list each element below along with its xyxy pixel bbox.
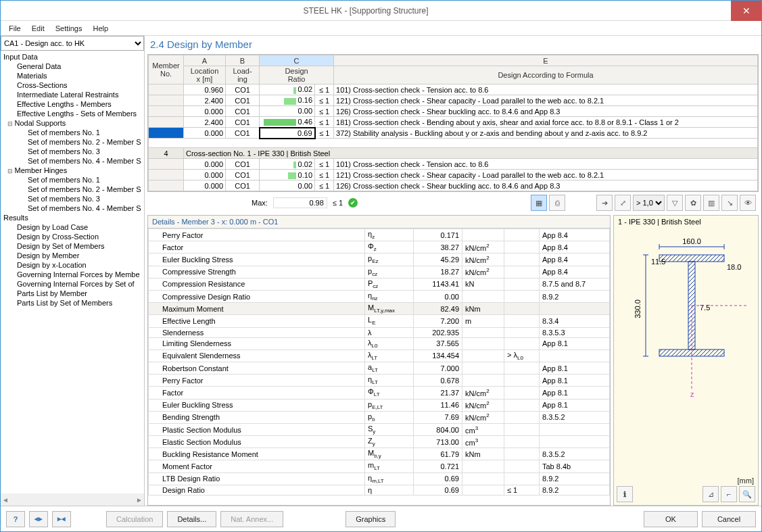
- sidebar: CA1 - Design acc. to HK Input Data Gener…: [1, 36, 145, 506]
- menu-edit[interactable]: Edit: [28, 23, 49, 34]
- tree-item[interactable]: Cross-Sections: [1, 80, 144, 90]
- tree-item[interactable]: Set of members No. 1: [1, 175, 144, 185]
- tree-item[interactable]: Effective Lengths - Sets of Members: [1, 109, 144, 118]
- tree-item[interactable]: Set of members No. 2 - Member S: [1, 185, 144, 194]
- svg-text:160.0: 160.0: [682, 237, 701, 245]
- tree-item[interactable]: Design by Set of Members: [1, 241, 144, 251]
- tree-item[interactable]: Set of members No. 4 - Member S: [1, 156, 144, 166]
- tree-item[interactable]: Parts List by Member: [1, 289, 144, 298]
- chart-icon[interactable]: ▥: [703, 195, 719, 211]
- design-case-select[interactable]: CA1 - Design acc. to HK: [1, 36, 144, 51]
- details-button[interactable]: Details...: [167, 511, 216, 527]
- next-icon[interactable]: ▸◂: [52, 511, 71, 527]
- tree-item[interactable]: Governing Internal Forces by Membe: [1, 270, 144, 279]
- svg-rect-0: [659, 255, 724, 262]
- tree-item[interactable]: Design by x-Location: [1, 260, 144, 270]
- axis-z-icon[interactable]: ⌐: [721, 486, 737, 502]
- detail-row: Euler Buckling StresspEz45.29kN/cm2App 8…: [149, 253, 610, 266]
- print-icon[interactable]: ⎙: [549, 195, 565, 211]
- detail-row: Compressive Design Ratioηnz0.008.9.2: [149, 291, 610, 303]
- preview-unit: [mm]: [738, 477, 754, 485]
- settings-icon[interactable]: ✿: [685, 195, 701, 211]
- menu-file[interactable]: File: [5, 23, 25, 34]
- tree-item[interactable]: Parts List by Set of Members: [1, 298, 144, 308]
- table-row[interactable]: 0.000CO1 0.10≤ 1121) Cross-section check…: [149, 170, 758, 180]
- table-row[interactable]: 0.000CO1 0.00≤ 1126) Cross-section check…: [149, 180, 758, 191]
- close-icon[interactable]: ✕: [731, 1, 761, 21]
- detail-row: Bending Strengthpb7.69kN/cm28.3.5.2: [149, 411, 610, 423]
- tree-item[interactable]: Set of members No. 1: [1, 128, 144, 137]
- max-row: Max: 0.98 ≤ 1 ✔ ▦ ⎙ ➔ ⤢ > 1,0 ▽ ✿ ▥ ↘ 👁: [145, 192, 761, 214]
- table-row[interactable]: 0.000CO1 0.00≤ 1126) Cross-section check…: [149, 106, 758, 117]
- detail-row: Maximum MomentMLT,y,max82.49kNm: [149, 303, 610, 315]
- col-ratio: DesignRatio: [260, 66, 334, 84]
- tree-item[interactable]: Set of members No. 3: [1, 147, 144, 156]
- detail-row: Limiting SlendernessλL037.565App 8.1: [149, 337, 610, 349]
- graphics-button[interactable]: Graphics: [346, 511, 396, 527]
- zoom-icon[interactable]: ⤢: [615, 195, 631, 211]
- tree-item[interactable]: Design by Load Case: [1, 222, 144, 232]
- nat-annex-button[interactable]: Nat. Annex...: [220, 511, 283, 527]
- window-title: STEEL HK - [Supporting Structure]: [1, 6, 731, 16]
- col-loc: Locationx [m]: [184, 66, 226, 84]
- max-label: Max:: [252, 199, 268, 207]
- funnel-icon[interactable]: ▽: [667, 195, 683, 211]
- detail-row: Plastic Section ModulusSy804.00cm3: [149, 423, 610, 435]
- section-row-text: Cross-section No. 1 - IPE 330 | British …: [184, 148, 758, 159]
- svg-text:330.0: 330.0: [634, 299, 642, 318]
- detail-row: Buckling Resistance MomentMb,y61.79kNm8.…: [149, 448, 610, 460]
- export-icon[interactable]: ➔: [596, 195, 613, 211]
- tree-item[interactable]: Effective Lengths - Members: [1, 99, 144, 109]
- detail-row: FactorΦLT21.37kN/cm2App 8.1: [149, 387, 610, 399]
- section-rowhead: 4: [149, 148, 184, 159]
- axis-y-icon[interactable]: ⊿: [703, 486, 719, 502]
- tree-item[interactable]: Set of members No. 2 - Member S: [1, 137, 144, 147]
- menu-settings[interactable]: Settings: [51, 23, 87, 34]
- help-icon[interactable]: ?: [6, 511, 25, 527]
- nav-tree: Input Data General DataMaterialsCross-Se…: [1, 51, 144, 493]
- tree-item[interactable]: Materials: [1, 71, 144, 80]
- detail-row: Slendernessλ202.9358.3.5.3: [149, 327, 610, 337]
- tree-item[interactable]: General Data: [1, 62, 144, 71]
- ok-icon: ✔: [348, 198, 358, 208]
- menu-help[interactable]: Help: [89, 23, 112, 34]
- tree-item[interactable]: Governing Internal Forces by Set of: [1, 279, 144, 289]
- filter-icon[interactable]: ▦: [531, 195, 547, 211]
- col-member: MemberNo.: [149, 55, 184, 84]
- section-preview: 1 - IPE 330 | British Steel 160.0 330.0 …: [613, 215, 759, 506]
- eye-icon[interactable]: 👁: [740, 195, 756, 211]
- detail-row: Compressive Strengthpcz18.27kN/cm2App 8.…: [149, 266, 610, 278]
- details-title: Details - Member 3 - x: 0.000 m - CO1: [148, 216, 610, 228]
- tree-item[interactable]: Intermediate Lateral Restraints: [1, 90, 144, 99]
- tree-hscroll[interactable]: ◄►: [1, 493, 144, 506]
- preview-title: 1 - IPE 330 | British Steel: [614, 216, 758, 228]
- tree-item[interactable]: Set of members No. 3: [1, 194, 144, 203]
- tree-item[interactable]: Design by Member: [1, 251, 144, 260]
- table-row[interactable]: 2.400CO1 0.16≤ 1121) Cross-section check…: [149, 95, 758, 106]
- calculation-button[interactable]: Calculation: [106, 511, 163, 527]
- table-row[interactable]: 0.000CO1 0.69≤ 1372) Stability analysis …: [149, 128, 758, 139]
- tree-nodal-node[interactable]: Nodal Supports: [1, 118, 144, 128]
- tree-hinges-node[interactable]: Member Hinges: [1, 166, 144, 175]
- info-icon[interactable]: ℹ: [617, 486, 633, 502]
- ratio-filter-select[interactable]: > 1,0: [633, 195, 665, 211]
- detail-row: Effective LengthLE7.200m8.3.4: [149, 315, 610, 327]
- col-load: Load-ing: [226, 66, 260, 84]
- cancel-button[interactable]: Cancel: [702, 511, 756, 527]
- design-grid[interactable]: MemberNo. A B C E Locationx [m] Load-ing…: [147, 54, 759, 192]
- search-section-icon[interactable]: 🔍: [739, 486, 755, 502]
- ok-button[interactable]: OK: [644, 511, 698, 527]
- detail-row: Compression ResistancePcz1143.41kN8.7.5 …: [149, 278, 610, 290]
- tree-item[interactable]: Design by Cross-Section: [1, 232, 144, 241]
- table-row[interactable]: 0.000CO1 0.02≤ 1101) Cross-section check…: [149, 159, 758, 170]
- select-icon[interactable]: ↘: [721, 195, 738, 211]
- prev-icon[interactable]: ◂▸: [29, 511, 48, 527]
- table-row[interactable]: 0.960CO1 0.02≤ 1101) Cross-section check…: [149, 84, 758, 95]
- table-row[interactable]: 2.400CO1 0.46≤ 1181) Cross-section check…: [149, 117, 758, 128]
- detail-row: Equivalent SlendernessλLT134.454> λL0: [149, 349, 610, 362]
- tree-input-header: Input Data: [1, 52, 144, 62]
- svg-text:18.0: 18.0: [727, 263, 741, 271]
- max-value: 0.98: [273, 197, 327, 208]
- detail-row: FactorΦz38.27kN/cm2App 8.4: [149, 241, 610, 253]
- tree-item[interactable]: Set of members No. 4 - Member S: [1, 203, 144, 213]
